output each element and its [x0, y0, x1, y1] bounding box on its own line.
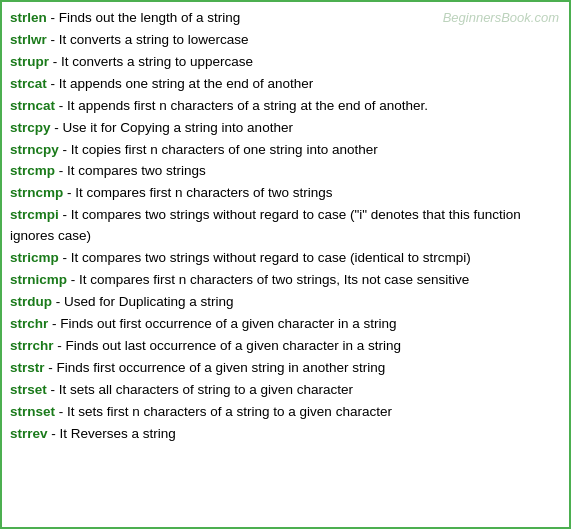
list-item: strcmp - It compares two strings — [10, 161, 561, 182]
function-description: - It Reverses a string — [48, 426, 176, 441]
list-item: stricmp - It compares two strings withou… — [10, 248, 561, 269]
function-name: strnset — [10, 404, 55, 419]
function-description: - It compares two strings — [55, 163, 206, 178]
function-name: stricmp — [10, 250, 59, 265]
function-description: - Finds out last occurrence of a given c… — [54, 338, 401, 353]
function-description: - It appends one string at the end of an… — [47, 76, 313, 91]
function-name: strdup — [10, 294, 52, 309]
function-description: - Finds out the length of a string — [47, 10, 241, 25]
list-item: strncpy - It copies first n characters o… — [10, 140, 561, 161]
function-name: strrev — [10, 426, 48, 441]
function-description: - Finds out first occurrence of a given … — [48, 316, 396, 331]
function-name: strcmp — [10, 163, 55, 178]
function-name: strncat — [10, 98, 55, 113]
function-name: strchr — [10, 316, 48, 331]
function-description: - It copies first n characters of one st… — [59, 142, 378, 157]
list-item: strstr - Finds first occurrence of a giv… — [10, 358, 561, 379]
function-name: strlen — [10, 10, 47, 25]
function-description: - It converts a string to lowercase — [47, 32, 249, 47]
list-item: strnset - It sets first n characters of … — [10, 402, 561, 423]
function-description: - It sets all characters of string to a … — [47, 382, 353, 397]
function-name: strncmp — [10, 185, 63, 200]
function-description: - Finds first occurrence of a given stri… — [45, 360, 386, 375]
function-description: - It appends first n characters of a str… — [55, 98, 428, 113]
list-item: strnicmp - It compares first n character… — [10, 270, 561, 291]
list-item: strcmpi - It compares two strings withou… — [10, 205, 561, 247]
function-description: - Used for Duplicating a string — [52, 294, 234, 309]
main-container: BeginnersBook.com strlen - Finds out the… — [0, 0, 571, 529]
function-name: strupr — [10, 54, 49, 69]
list-item: strcat - It appends one string at the en… — [10, 74, 561, 95]
list-item: strcpy - Use it for Copying a string int… — [10, 118, 561, 139]
list-item: strncat - It appends first n characters … — [10, 96, 561, 117]
list-item: strlwr - It converts a string to lowerca… — [10, 30, 561, 51]
list-item: strdup - Used for Duplicating a string — [10, 292, 561, 313]
list-item: strrchr - Finds out last occurrence of a… — [10, 336, 561, 357]
function-description: - It sets first n characters of a string… — [55, 404, 392, 419]
function-name: strcpy — [10, 120, 51, 135]
function-description: - It compares first n characters of two … — [63, 185, 332, 200]
list-item: strncmp - It compares first n characters… — [10, 183, 561, 204]
function-name: strcat — [10, 76, 47, 91]
function-description: - It compares two strings without regard… — [59, 250, 471, 265]
function-name: strset — [10, 382, 47, 397]
list-item: strset - It sets all characters of strin… — [10, 380, 561, 401]
function-description: - It converts a string to uppercase — [49, 54, 253, 69]
function-name: strrchr — [10, 338, 54, 353]
function-description: - It compares two strings without regard… — [10, 207, 521, 243]
function-name: strcmpi — [10, 207, 59, 222]
function-name: strlwr — [10, 32, 47, 47]
list-item: strrev - It Reverses a string — [10, 424, 561, 445]
function-description: - It compares first n characters of two … — [67, 272, 469, 287]
function-name: strncpy — [10, 142, 59, 157]
list-item: strchr - Finds out first occurrence of a… — [10, 314, 561, 335]
function-name: strstr — [10, 360, 45, 375]
list-item: strupr - It converts a string to upperca… — [10, 52, 561, 73]
list-item: strlen - Finds out the length of a strin… — [10, 8, 561, 29]
function-name: strnicmp — [10, 272, 67, 287]
entries-list: strlen - Finds out the length of a strin… — [10, 8, 561, 444]
function-description: - Use it for Copying a string into anoth… — [51, 120, 293, 135]
